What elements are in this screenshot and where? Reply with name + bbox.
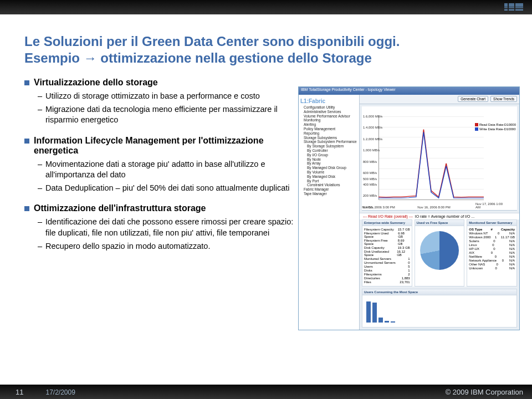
bullet-2-sub-2: Data Deduplication – piu' del 50% dei da… [38,183,301,194]
monitored-row: HP-UX0N/A [469,247,515,250]
monitored-title: Monitored Server Summary [467,220,516,226]
summary-row: Filesystem Used Space6.98 GB [364,232,410,238]
summary-row: Filesystem Capacity15.7 GB [364,228,410,231]
summary-row: Disk Unallocated Space16.12 GB [364,250,410,257]
tree-node[interactable]: Storage Subsystems [300,136,357,140]
bullet-3-sub-1: Identificazione dei dati che possono ess… [38,217,301,238]
usage-panel: Users Consuming the Most Space [362,289,517,328]
y-tick: 600 MB/s [363,171,377,175]
iorate-label: IO rate = Average number of I/O ... [415,214,474,218]
read-io-label: --- Read I/O Rate (overall) --- [363,214,413,218]
monitored-row: AIX0N/A [469,251,515,254]
ibm-logo [504,3,523,11]
generate-chart-button[interactable]: Generate Chart [458,96,488,102]
performance-chart: Read Data Rate-D10000 Write Data Rate-D1… [362,106,517,211]
summary-row: Disks1 [364,269,410,272]
legend-0: Read Data Rate-D10000 [479,123,516,126]
title-line-1: Le Soluzioni per il Green Data Center so… [24,33,508,50]
page-number: 11 [16,388,23,396]
summary-row: Disk Capacity19.3 GB [364,246,410,249]
usage-bars [364,297,515,325]
pie-chart [420,231,459,270]
bullet-2-heading: Information Lifecycle Management per l'o… [34,136,301,156]
tree-node[interactable]: By I/O Group [300,153,357,157]
tree-node[interactable]: Storage Subsystem Performance [300,140,357,144]
bullet-3-heading: Ottimizzazione dell'infrastruttura stora… [34,203,206,213]
y-tick: 1.4,000 MB/s [363,126,382,129]
legend-1: Write Data Rate-D10000 [479,127,516,131]
bullet-list: Virtualizzazione dello storage Utilizzo … [24,78,301,252]
tree-node[interactable]: Tape Manager [300,192,357,196]
tree-node[interactable]: Constraint Violations [300,183,357,187]
x-tick: Nov 16, 2006 8:00 PM [417,206,451,209]
y-tick: 500 MB/s [363,177,377,181]
nav-tree[interactable]: L1:Fabric Configuration UtilityAdministr… [299,95,360,330]
tree-node[interactable]: By Volume [300,170,357,175]
tree-node[interactable]: Configuration Utility [300,105,357,110]
summary-panel: Enterprise-wide Summary Filesystem Capac… [362,219,412,287]
y-tick: 1.6,000 MB/s [363,115,382,118]
y-tick: 1,000 MB/s [363,149,380,152]
bullet-2: Information Lifecycle Management per l'o… [24,136,301,194]
chart-legend: Read Data Rate-D10000 Write Data Rate-D1… [475,123,516,132]
usage-title: Users Consuming the Most Space [362,289,516,295]
show-trends-button[interactable]: Show Trends [490,96,517,102]
bullet-square-icon [24,80,29,85]
tree-node[interactable]: By Managed Disk Group [300,166,357,170]
summary-row: Monitored Servers1 [364,257,410,260]
tree-node[interactable]: By Node [300,157,357,162]
summary-row: Files23,701 [364,280,410,284]
summary-row: Users5 [364,265,410,268]
dashboard-row: Enterprise-wide Summary Filesystem Capac… [362,219,517,287]
footer-bar: 11 17/2/2009 © 2009 IBM Corporation [0,385,532,399]
footer-copyright: © 2009 IBM Corporation [446,388,523,396]
tree-node[interactable]: Monitoring [300,118,357,122]
pie-panel: Used vs Free Space [415,219,465,287]
bullet-1-sub-1: Utilizzo di storage ottimizzato in base … [38,91,301,102]
tree-node[interactable]: By Controller [300,149,357,153]
bullet-3-sub-2: Recupero dello spazio in modo automatizz… [38,241,301,252]
tree-node[interactable]: Policy Management [300,127,357,131]
dashboard-row-2: Users Consuming the Most Space [362,289,517,328]
monitored-row: Linux0N/A [469,243,515,247]
bullet-3: Ottimizzazione dell'infrastruttura stora… [24,203,301,252]
slide-title: Le Soluzioni per il Green Data Center so… [24,33,508,66]
monitored-row: Solaris0N/A [469,239,515,243]
tree-node[interactable]: Volume Performance Advisor [300,114,357,119]
summary-row: Directories1,883 [364,277,410,280]
tree-node[interactable]: Reporting [300,131,357,136]
monitored-panel: Monitored Server Summary OS Type#Capacit… [467,219,517,287]
tree-node[interactable]: By Array [300,161,357,166]
chart-toolbar: Generate Chart Show Trends [360,95,519,104]
y-tick: 400 MB/s [363,183,377,186]
tree-section-label: L1:Fabric [300,98,357,105]
monitored-row: Windows 2000111.17 GB [469,236,515,239]
app-screenshot: IBM TotalStorage Productivity Center - t… [298,86,520,330]
y-tick: 1.2,000 MB/s [363,137,382,141]
monitored-row: Unknown0N/A [469,267,515,270]
chart-svg [378,116,484,200]
bullet-square-icon [24,139,29,144]
tree-node[interactable]: By Port [300,179,357,183]
monitored-row: Network Appliance0N/A [469,259,515,262]
summary-title: Enterprise-wide Summary [362,220,412,226]
tree-node[interactable]: By Managed Disk [300,175,357,179]
tree-node[interactable]: Alerting [300,122,357,127]
monitored-row: Other NAS0N/A [469,263,515,266]
monitored-row: Windows NT0N/A [469,232,515,235]
summary-row: Unmonitored Servers0 [364,261,410,264]
chart-caption: --- Read I/O Rate (overall) --- IO rate … [360,213,519,219]
tree-node[interactable]: By Storage Subsystem [300,144,357,149]
tree-node[interactable]: Administrative Services [300,110,357,114]
x-tick: Nov 17, 2006 1:00 AM [475,202,503,209]
y-tick: 800 MB/s [363,160,377,163]
app-window-title: IBM TotalStorage Productivity Center - t… [299,87,519,95]
footer-date: 17/2/2009 [45,388,75,396]
pie-title: Used vs Free Space [415,220,464,226]
bullet-1-sub-2: Migrazione dati da tecnologia meno effic… [38,104,301,126]
bullet-2-sub-1: Movimentazione dati a storage piu' adatt… [38,159,301,181]
monitored-row: NetWare0N/A [469,255,515,258]
header-bar [0,0,532,14]
tree-node[interactable]: Fabric Manager [300,187,357,192]
bullet-square-icon [24,206,29,211]
